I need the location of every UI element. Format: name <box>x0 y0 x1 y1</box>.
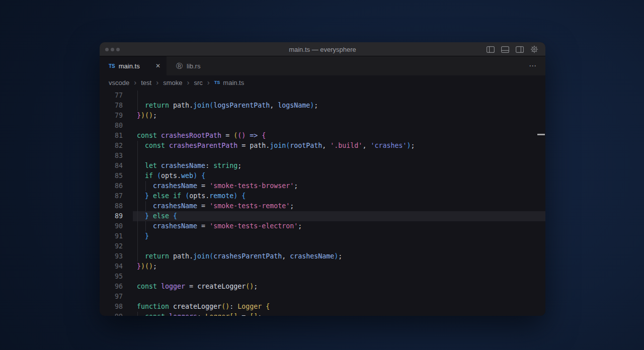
overview-ruler-marker <box>537 134 545 135</box>
line-number[interactable]: 88 <box>100 201 123 211</box>
indent-guide <box>137 241 138 251</box>
code-line-96[interactable]: 96const logger = createLogger(); <box>100 282 545 292</box>
breadcrumb-file[interactable]: TS main.ts <box>214 79 244 86</box>
tab-label: lib.rs <box>187 62 200 70</box>
code-line-85[interactable]: 85 if (opts.web) { <box>100 171 545 181</box>
code-line-82[interactable]: 82 const crashesParentPath = path.join(r… <box>100 141 545 151</box>
code-line-89[interactable]: 89 } else { <box>100 211 545 221</box>
line-number[interactable]: 97 <box>100 292 123 302</box>
settings-gear-icon[interactable] <box>530 45 538 53</box>
breadcrumb-item[interactable]: smoke <box>163 79 182 86</box>
chevron-right-icon: › <box>187 78 189 86</box>
close-tab-icon[interactable]: ✕ <box>155 62 160 69</box>
titlebar: main.ts — everysphere <box>100 42 545 56</box>
window-title: main.ts — everysphere <box>100 42 545 56</box>
line-number[interactable]: 89 <box>100 211 123 221</box>
code-text: } else { <box>137 211 177 221</box>
code-editor[interactable]: 7778 return path.join(logsParentPath, lo… <box>100 90 545 316</box>
code-text: const crashesRootPath = (() => { <box>137 131 266 141</box>
code-line-93[interactable]: 93 return path.join(crashesParentPath, c… <box>100 251 545 261</box>
code-line-77[interactable]: 77 <box>100 91 545 101</box>
breadcrumb: vscode › test › smoke › src › TS main.ts <box>100 75 545 90</box>
tab-label: main.ts <box>119 62 140 70</box>
code-text: })(); <box>137 261 157 272</box>
code-line-83[interactable]: 83 <box>100 151 545 161</box>
line-number[interactable]: 83 <box>100 151 123 161</box>
code-line-86[interactable]: 86 crashesName = 'smoke-tests-browser'; <box>100 181 545 191</box>
code-text: return path.join(crashesParentPath, cras… <box>137 251 342 261</box>
toggle-panel-icon[interactable] <box>501 46 509 53</box>
line-number[interactable]: 90 <box>100 221 123 231</box>
current-line-highlight <box>133 211 545 221</box>
code-line-95[interactable]: 95 <box>100 272 545 282</box>
line-number[interactable]: 96 <box>100 282 123 292</box>
code-text: if (opts.web) { <box>137 171 205 181</box>
line-number[interactable]: 78 <box>100 101 123 111</box>
code-line-91[interactable]: 91 } <box>100 231 545 241</box>
code-text: const loggers: Logger[] = []; <box>137 312 262 316</box>
titlebar-actions <box>487 42 538 56</box>
line-number[interactable]: 95 <box>100 272 123 282</box>
code-line-88[interactable]: 88 crashesName = 'smoke-tests-remote'; <box>100 201 545 211</box>
code-text: } else if (opts.remote) { <box>137 191 246 201</box>
code-line-92[interactable]: 92 <box>100 241 545 251</box>
line-number[interactable]: 92 <box>100 241 123 251</box>
indent-guide <box>137 91 138 101</box>
line-number[interactable]: 86 <box>100 181 123 191</box>
code-line-84[interactable]: 84 let crashesName: string; <box>100 161 545 171</box>
toggle-right-sidebar-icon[interactable] <box>516 46 524 53</box>
line-number[interactable]: 91 <box>100 231 123 241</box>
line-number[interactable]: 94 <box>100 261 123 272</box>
code-text: const logger = createLogger(); <box>137 282 258 292</box>
tab-lib-rs[interactable]: Ⓡ lib.rs <box>167 56 224 75</box>
code-line-90[interactable]: 90 crashesName = 'smoke-tests-electron'; <box>100 221 545 231</box>
code-line-78[interactable]: 78 return path.join(logsParentPath, logs… <box>100 101 545 111</box>
code-line-98[interactable]: 98function createLogger(): Logger { <box>100 302 545 312</box>
vscode-window: main.ts — everysphere <box>100 42 545 316</box>
indent-guide <box>137 151 138 161</box>
code-text: })(); <box>137 111 157 121</box>
typescript-file-icon: TS <box>214 80 220 85</box>
line-number[interactable]: 82 <box>100 141 123 151</box>
chevron-right-icon: › <box>207 78 210 86</box>
line-number[interactable]: 84 <box>100 161 123 171</box>
chevron-right-icon: › <box>156 78 158 86</box>
line-number[interactable]: 93 <box>100 251 123 261</box>
line-number[interactable]: 79 <box>100 111 123 121</box>
code-line-81[interactable]: 81const crashesRootPath = (() => { <box>100 131 545 141</box>
code-line-97[interactable]: 97 <box>100 292 545 302</box>
code-text: crashesName = 'smoke-tests-browser'; <box>137 181 298 191</box>
code-text: } <box>137 231 149 241</box>
editor-more-actions-icon[interactable]: ⋯ <box>529 56 537 75</box>
line-number[interactable]: 81 <box>100 131 123 141</box>
line-number[interactable]: 77 <box>100 91 123 101</box>
code-line-80[interactable]: 80 <box>100 121 545 131</box>
line-number[interactable]: 85 <box>100 171 123 181</box>
line-number[interactable]: 99 <box>100 312 123 316</box>
typescript-file-icon: TS <box>109 63 115 69</box>
tab-main-ts[interactable]: TS main.ts ✕ <box>100 56 167 75</box>
line-number[interactable]: 87 <box>100 191 123 201</box>
code-text: crashesName = 'smoke-tests-remote'; <box>137 201 294 211</box>
code-line-99[interactable]: 99 const loggers: Logger[] = []; <box>100 312 545 316</box>
code-line-87[interactable]: 87 } else if (opts.remote) { <box>100 191 545 201</box>
code-text: crashesName = 'smoke-tests-electron'; <box>137 221 302 231</box>
toggle-left-sidebar-icon[interactable] <box>487 46 495 53</box>
tab-bar: TS main.ts ✕ Ⓡ lib.rs ⋯ <box>100 56 545 75</box>
line-number[interactable]: 98 <box>100 302 123 312</box>
breadcrumb-item[interactable]: src <box>194 79 202 86</box>
code-line-79[interactable]: 79})(); <box>100 111 545 121</box>
breadcrumb-item[interactable]: test <box>141 79 151 86</box>
chevron-right-icon: › <box>134 78 136 86</box>
code-line-94[interactable]: 94})(); <box>100 261 545 272</box>
breadcrumb-item[interactable]: vscode <box>109 79 129 86</box>
code-text: const crashesParentPath = path.join(root… <box>137 141 415 151</box>
rust-file-icon: Ⓡ <box>176 63 183 69</box>
line-number[interactable]: 80 <box>100 121 123 131</box>
code-text: function createLogger(): Logger { <box>137 302 270 312</box>
code-text: return path.join(logsParentPath, logsNam… <box>137 101 318 111</box>
code-text: let crashesName: string; <box>137 161 242 171</box>
